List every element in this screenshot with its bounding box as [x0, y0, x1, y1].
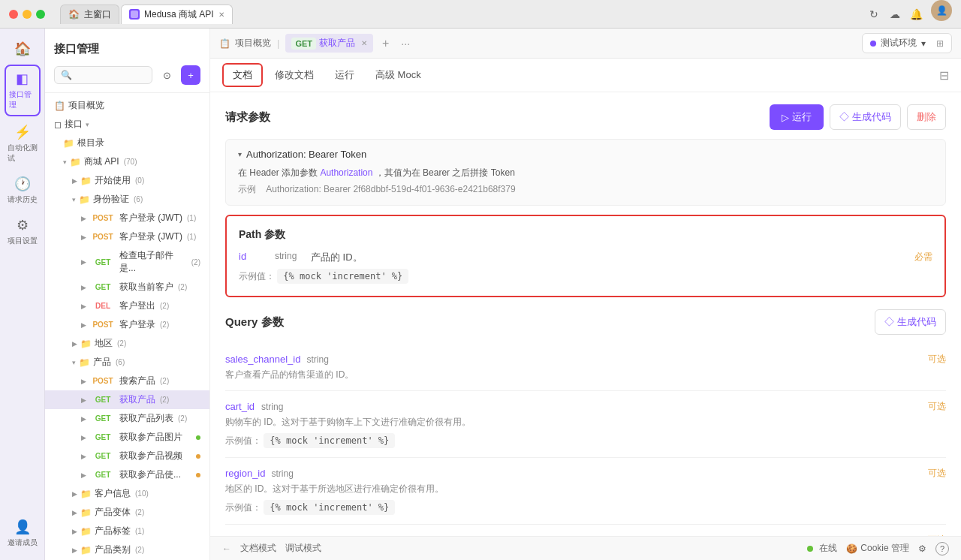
window-tabs: 🏠 主窗口 Medusa 商城 API ✕ — [60, 5, 862, 24]
sidebar-item-invite[interactable]: 👤 邀请成员 — [5, 514, 41, 552]
tab-run[interactable]: 运行 — [326, 65, 363, 86]
product-count: (6) — [116, 358, 125, 366]
debug-mode-button[interactable]: 调试模式 — [285, 542, 321, 555]
nav-product-variant[interactable]: ▶ 📁 产品变体 (2) — [45, 503, 209, 522]
pu-label: 获取参产品使... — [119, 468, 181, 481]
more-tab-button[interactable]: ··· — [398, 38, 413, 50]
nav-product[interactable]: ▾ 📁 产品 (6) — [45, 353, 209, 372]
tab-close-button[interactable]: ✕ — [218, 11, 224, 19]
auth-highlight: Authorization — [320, 167, 372, 178]
query-param-cart-id: cart_id string 可选 购物车的 ID。这对于基于购物车上下文进行准… — [225, 391, 946, 458]
nav-auth-post2[interactable]: ▶ POST 客户登录 (JWT) (1) — [45, 227, 209, 246]
nav-product-category[interactable]: ▶ 📁 产品类别 (2) — [45, 540, 209, 559]
nav-auth-post1[interactable]: ▶ POST 客户登录 (JWT) (1) — [45, 209, 209, 227]
avatar[interactable]: 👤 — [931, 0, 952, 21]
nav-region[interactable]: ▶ 📁 地区 (2) — [45, 334, 209, 353]
home-icon: 🏠 — [68, 9, 80, 20]
product-arrow-icon: ▾ — [72, 359, 76, 366]
layout-icon[interactable]: ⊞ — [936, 38, 944, 49]
pl-method: GET — [89, 414, 116, 423]
param-example-value: {% mock 'increment' %} — [277, 269, 408, 284]
ptag-count: (1) — [135, 527, 144, 535]
nav-shop-api[interactable]: ▾ 📁 商城 API (70) — [45, 152, 209, 171]
root-folder-icon: 📁 — [63, 138, 74, 149]
search-input[interactable] — [75, 70, 146, 80]
settings-bottom-icon[interactable]: ⚙ — [918, 543, 926, 554]
nav-project-overview[interactable]: 📋 项目概览 — [45, 96, 209, 115]
sales-channel-optional: 可选 — [928, 353, 946, 366]
auth-label: 身份验证 — [93, 193, 129, 206]
breadcrumb-project-overview[interactable]: 📋 项目概览 — [219, 37, 271, 50]
gen-code-button[interactable]: ◇ 生成代码 — [830, 104, 901, 130]
nav-get-product[interactable]: ▶ GET 获取产品 (2) — [45, 390, 209, 409]
cart-id-optional: 可选 — [928, 400, 946, 413]
region-label: 地区 — [95, 337, 113, 350]
nav-product-video[interactable]: ▶ GET 获取参产品视频 — [45, 447, 209, 465]
interface-header-label: 接口 — [65, 118, 83, 131]
auth-header[interactable]: ▾ Authorization: Bearer Token — [238, 149, 933, 160]
add-button[interactable]: + — [181, 65, 200, 85]
plus-tab-button[interactable]: + — [379, 37, 392, 50]
env-selector[interactable]: 测试环境 ▾ ⊞ — [862, 33, 952, 53]
sidebar-item-autotest[interactable]: ⚡ 自动化测试 — [5, 119, 41, 168]
sidebar-item-settings[interactable]: ⚙ 项目设置 — [5, 212, 41, 251]
nav-auth-get1[interactable]: ▶ GET 检查电子邮件是... (2) — [45, 246, 209, 278]
product-label: 产品 — [93, 356, 111, 369]
nav-product-img[interactable]: ▶ GET 获取参产品图片 — [45, 428, 209, 447]
nav-getting-started[interactable]: ▶ 📁 开始使用 (0) — [45, 171, 209, 190]
maximize-button[interactable] — [36, 10, 45, 19]
nav-product-list[interactable]: ▶ GET 获取产品列表 (2) — [45, 409, 209, 428]
content-area: 请求参数 ▷ 运行 ◇ 生成代码 删除 ▾ — [210, 92, 961, 536]
bell-icon[interactable]: 🔔 — [910, 8, 922, 20]
get1-count: (2) — [191, 258, 200, 266]
tab-api[interactable]: Medusa 商城 API ✕ — [121, 5, 233, 24]
query-params-title: Query 参数 — [225, 315, 284, 330]
top-tab-api[interactable]: GET 获取产品 ✕ — [285, 34, 373, 53]
overview-label: 项目概览 — [68, 99, 104, 112]
minimize-button[interactable] — [23, 10, 32, 19]
tab-doc[interactable]: 文档 — [222, 63, 263, 87]
nav-auth[interactable]: ▾ 📁 身份验证 (6) — [45, 190, 209, 209]
pvar-arrow-icon: ▶ — [72, 509, 77, 516]
tab-api-label: Medusa 商城 API — [144, 8, 214, 21]
cloud-icon[interactable]: ☁ — [889, 8, 901, 20]
filter-button[interactable]: ⊙ — [157, 65, 176, 85]
pu-dot — [196, 473, 200, 477]
region-id-example: 示例值： {% mock 'increment' %} — [225, 500, 946, 515]
sidebar-item-home[interactable]: 🏠 — [5, 36, 41, 62]
region-folder-icon: 📁 — [80, 339, 92, 349]
cookie-manager-button[interactable]: 🍪 Cookie 管理 — [846, 542, 909, 555]
query-gen-code-button[interactable]: ◇ 生成代码 — [875, 309, 946, 335]
sidebar-item-history[interactable]: 🕐 请求历史 — [5, 171, 41, 209]
nav-auth-post3[interactable]: ▶ POST 客户登录 (2) — [45, 315, 209, 334]
nav-search-product[interactable]: ▶ POST 搜索产品 (2) — [45, 372, 209, 390]
auth-folder-icon: 📁 — [79, 194, 90, 205]
tab-edit-doc[interactable]: 修改文档 — [266, 65, 323, 86]
nav-product-use[interactable]: ▶ GET 获取参产品使... — [45, 465, 209, 484]
close-button[interactable] — [9, 10, 18, 19]
top-tab-close-icon[interactable]: ✕ — [361, 39, 367, 47]
tab-home[interactable]: 🏠 主窗口 — [60, 5, 119, 24]
run-button[interactable]: ▷ 运行 — [770, 104, 824, 130]
refresh-icon[interactable]: ↻ — [868, 8, 880, 20]
nav-customer-info[interactable]: ▶ 📁 客户信息 (10) — [45, 484, 209, 503]
nav-root-dir[interactable]: 📁 根目录 — [45, 134, 209, 152]
nav-auth-del[interactable]: ▶ DEL 客户登出 (2) — [45, 297, 209, 315]
shop-api-arrow-icon: ▾ — [63, 158, 67, 166]
nav-auth-get2[interactable]: ▶ GET 获取当前客户 (2) — [45, 278, 209, 297]
tab-advanced-mock[interactable]: 高级 Mock — [366, 65, 430, 86]
auth-section: ▾ Authorization: Bearer Token 在 Header 添… — [225, 139, 946, 206]
layout-toggle-icon[interactable]: ⊟ — [939, 68, 949, 83]
doc-mode-button[interactable]: 文档模式 — [240, 542, 276, 555]
api-method-badge: GET — [291, 38, 316, 50]
delete-button[interactable]: 删除 — [907, 104, 946, 130]
sidebar-item-interface[interactable]: ◧ 接口管理 — [5, 65, 41, 116]
invite-icon: 👤 — [14, 519, 31, 535]
nav-product-tag[interactable]: ▶ 📁 产品标签 (1) — [45, 522, 209, 540]
region-id-type: string — [272, 468, 302, 479]
nav-interface-header[interactable]: ◻ 接口 ▾ — [45, 115, 209, 134]
run-icon: ▷ — [782, 112, 789, 123]
pvar-label: 产品变体 — [95, 506, 131, 519]
help-icon[interactable]: ? — [935, 542, 949, 555]
cookie-icon: 🍪 — [846, 543, 857, 554]
